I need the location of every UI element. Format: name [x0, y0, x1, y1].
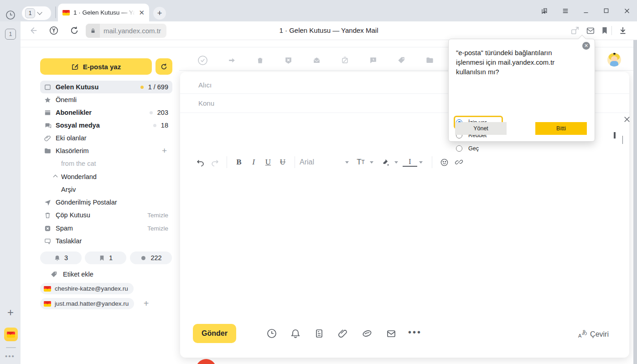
font-size-button[interactable]: TT	[353, 158, 368, 167]
bookmark-icon[interactable]	[600, 26, 610, 36]
notify-icon[interactable]	[290, 328, 301, 339]
font-select[interactable]: Arial	[300, 158, 343, 166]
sidebar-item-with-attachments[interactable]: Eki olanlar	[40, 132, 172, 144]
close-window-button[interactable]	[616, 0, 637, 21]
collapse-compose-icon[interactable]	[622, 136, 629, 142]
highlight-color-button[interactable]	[378, 158, 393, 167]
bold-button[interactable]: B	[232, 158, 246, 167]
italic-button[interactable]: I	[246, 158, 261, 167]
page-scrollbar[interactable]	[633, 40, 637, 364]
folder-label: Wonderland	[61, 173, 97, 180]
sidebar-item-sent[interactable]: Gönderilmiş Postalar	[40, 196, 172, 209]
add-label-item[interactable]: Etiket ekle	[40, 268, 172, 281]
refresh-button[interactable]	[155, 58, 172, 75]
select-check-icon[interactable]	[197, 55, 208, 66]
sidebar-item-subscriptions[interactable]: Abonelikler 203	[40, 106, 172, 119]
attach-from-disk-icon[interactable]	[362, 328, 373, 339]
unread-badge[interactable]: 222	[130, 251, 172, 264]
forward-icon[interactable]	[228, 56, 236, 65]
label-icon[interactable]	[397, 56, 406, 65]
folder-count: 1 / 699	[148, 83, 168, 91]
redo-icon[interactable]	[207, 158, 222, 167]
close-compose-icon[interactable]	[623, 115, 631, 123]
add-account-icon[interactable]: +	[140, 298, 152, 309]
mark-read-icon[interactable]	[312, 56, 321, 65]
radio-icon[interactable]	[456, 145, 462, 152]
mark-spam-icon[interactable]	[284, 56, 293, 65]
strikethrough-button[interactable]: U	[275, 158, 290, 167]
attach-file-icon[interactable]	[337, 328, 348, 339]
clear-folder-link[interactable]: Temizle	[147, 212, 168, 219]
compose-button[interactable]: E-posta yaz	[40, 58, 152, 75]
chevron-down-icon[interactable]	[370, 161, 373, 164]
sidebar-item-from-the-cat[interactable]: from the cat	[40, 157, 172, 170]
mail-notifier-icon[interactable]	[585, 26, 596, 36]
history-icon[interactable]	[5, 10, 16, 21]
sidebar-item-important[interactable]: Önemli	[40, 93, 172, 106]
remind-icon[interactable]	[369, 56, 378, 65]
folder-count: 18	[161, 122, 168, 129]
tab-close-icon[interactable]: ✕	[139, 9, 145, 16]
sidebar-item-spam[interactable]: Spam Temizle	[40, 222, 172, 235]
undo-icon[interactable]	[193, 158, 207, 167]
manage-button[interactable]: Yönet	[455, 122, 507, 135]
side-panel-icon[interactable]	[535, 0, 555, 21]
chevron-down-icon[interactable]	[345, 161, 349, 164]
rail-more-icon[interactable]: •••	[5, 352, 15, 360]
user-avatar[interactable]	[607, 53, 621, 67]
clear-folder-link[interactable]: Temizle	[147, 225, 168, 232]
radio-option-skip[interactable]: Geç	[456, 145, 479, 152]
yandex-mail-app-icon[interactable]	[4, 328, 18, 341]
menu-icon[interactable]	[555, 0, 575, 21]
sidebar-item-my-folders[interactable]: Klasörlerim +	[40, 144, 172, 157]
to-field[interactable]: Alıcı	[198, 81, 212, 89]
expand-chevron-icon[interactable]	[53, 174, 58, 179]
sidebar-item-drafts[interactable]: Taslaklar	[40, 235, 172, 247]
attach-from-mail-icon[interactable]	[386, 328, 397, 339]
emoji-button[interactable]	[437, 158, 451, 167]
schedule-send-icon[interactable]	[266, 328, 277, 339]
downloads-icon[interactable]	[618, 26, 628, 36]
tab-counter[interactable]: 1	[5, 29, 16, 40]
bookmarks-badge[interactable]: 1	[85, 251, 126, 264]
text-color-button[interactable]: I	[403, 158, 417, 167]
chevron-down-icon[interactable]	[419, 161, 423, 164]
link-button[interactable]	[451, 158, 466, 167]
tab-group-pill[interactable]: 1	[22, 6, 51, 20]
more-options-icon[interactable]: •••	[408, 327, 422, 338]
account-item[interactable]: cheshire-katze@yandex.ru	[40, 283, 134, 294]
delete-icon[interactable]	[256, 56, 264, 65]
obscured-text-fragment	[614, 132, 616, 138]
translate-button[interactable]: Aあ Çeviri	[578, 329, 609, 338]
address-bar-divider	[611, 26, 612, 35]
subject-field[interactable]: Konu	[198, 99, 214, 107]
sidebar-item-wonderland[interactable]: Wonderland	[40, 170, 172, 183]
sidebar-item-archive[interactable]: Arşiv	[40, 183, 172, 196]
rail-divider	[6, 347, 16, 348]
add-folder-icon[interactable]: +	[162, 146, 167, 156]
underline-button[interactable]: U	[261, 158, 275, 167]
maximize-button[interactable]	[596, 0, 616, 21]
folder-label: Spam	[56, 225, 147, 232]
folder-label: Arşiv	[40, 186, 76, 193]
formatting-toolbar: B I U U Arial TT I	[193, 155, 466, 169]
reminders-badge[interactable]: 3	[40, 251, 82, 264]
sidebar-item-inbox[interactable]: Gelen Kutusu 1 / 699	[40, 81, 172, 93]
mute-icon[interactable]	[341, 56, 349, 65]
done-button[interactable]: Bitti	[535, 122, 587, 135]
share-icon[interactable]	[570, 26, 580, 36]
new-tab-button[interactable]: +	[153, 7, 166, 20]
folders-icon	[44, 147, 52, 155]
sidebar-item-social[interactable]: Sosyal medya 18	[40, 119, 172, 132]
chevron-down-icon[interactable]	[394, 161, 398, 164]
account-item[interactable]: just.mad.hatter@yandex.ru	[40, 298, 134, 309]
template-icon[interactable]	[314, 328, 325, 339]
sidebar-item-trash[interactable]: Çöp Kutusu Temizle	[40, 209, 172, 221]
minimize-button[interactable]	[575, 0, 596, 21]
folder-count: 203	[157, 109, 168, 116]
active-tab[interactable]: 1 · Gelen Kutusu — Yand ✕	[58, 4, 149, 21]
send-button[interactable]: Gönder	[193, 324, 236, 343]
rail-new-tab-icon[interactable]: +	[5, 307, 16, 318]
move-to-folder-icon[interactable]	[425, 56, 434, 65]
tag-icon	[50, 271, 58, 278]
